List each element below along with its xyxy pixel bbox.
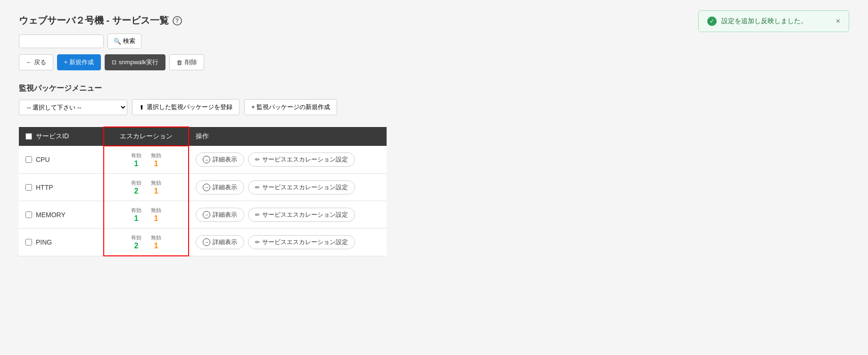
- col-header-operations: 操作: [189, 127, 387, 146]
- search-button[interactable]: 🔍 検索: [107, 34, 141, 49]
- escalation-setting-label: サービスエスカレーション設定: [262, 238, 348, 246]
- esc-enabled-value: 1: [134, 160, 139, 168]
- service-id-text: CPU: [36, 156, 50, 163]
- escalation-setting-button-memory[interactable]: ✏ サービスエスカレーション設定: [248, 208, 355, 222]
- esc-enabled-value: 2: [134, 242, 139, 250]
- service-id-text: HTTP: [36, 184, 53, 191]
- back-button[interactable]: ← 戻る: [19, 54, 53, 70]
- detail-label: 詳細表示: [213, 155, 237, 164]
- new-package-button[interactable]: + 監視パッケージの新規作成: [244, 99, 337, 115]
- package-select[interactable]: -- 選択して下さい --: [19, 100, 127, 115]
- detail-button-cpu[interactable]: → 詳細表示: [196, 152, 244, 167]
- search-icon: 🔍: [114, 38, 121, 45]
- ops-cell-http: → 詳細表示 ✏ サービスエスカレーション設定: [189, 174, 387, 201]
- service-id-cell: HTTP: [19, 174, 104, 201]
- arrow-circle-icon: →: [203, 211, 210, 219]
- ops-cell-memory: → 詳細表示 ✏ サービスエスカレーション設定: [189, 201, 387, 228]
- arrow-circle-icon: →: [203, 184, 210, 191]
- detail-label: 詳細表示: [213, 211, 237, 219]
- escalation-setting-button-cpu[interactable]: ✏ サービスエスカレーション設定: [248, 152, 355, 167]
- detail-button-memory[interactable]: → 詳細表示: [196, 208, 244, 222]
- section-title: 監視パッケージメニュー: [19, 84, 849, 93]
- toast-close-button[interactable]: ×: [836, 17, 840, 25]
- new-package-label: + 監視パッケージの新規作成: [251, 103, 330, 111]
- esc-disabled-label: 無効: [151, 152, 161, 159]
- upload-icon: ⬆: [139, 104, 144, 111]
- delete-label: 削除: [185, 58, 197, 67]
- detail-label: 詳細表示: [213, 183, 237, 192]
- esc-enabled-label: 有効: [131, 179, 141, 186]
- esc-enabled-value: 1: [134, 215, 139, 222]
- search-input[interactable]: [19, 34, 104, 48]
- service-id-text: MEMORY: [36, 211, 66, 219]
- esc-disabled-value: 1: [154, 160, 158, 168]
- edit-icon: ✏: [255, 211, 260, 218]
- edit-icon: ✏: [255, 184, 260, 191]
- row-checkbox-cpu[interactable]: [25, 156, 32, 163]
- esc-enabled-label: 有効: [131, 152, 141, 159]
- delete-button[interactable]: 🗑 削除: [169, 54, 204, 70]
- search-row: 🔍 検索: [19, 34, 849, 49]
- col-header-service-id: サービスID: [19, 127, 104, 146]
- esc-enabled-value: 2: [134, 187, 139, 195]
- escalation-cell-http: 有効 2 無効 1: [104, 174, 189, 201]
- new-create-label: + 新規作成: [64, 58, 94, 67]
- register-package-button[interactable]: ⬆ 選択した監視パッケージを登録: [132, 99, 240, 115]
- arrow-circle-icon: →: [203, 156, 210, 163]
- search-button-label: 検索: [123, 37, 135, 45]
- terminal-icon: ⊡: [112, 59, 116, 66]
- escalation-setting-label: サービスエスカレーション設定: [262, 183, 348, 192]
- trash-icon: 🗑: [176, 59, 182, 66]
- escalation-setting-label: サービスエスカレーション設定: [262, 211, 348, 219]
- ops-cell-ping: → 詳細表示 ✏ サービスエスカレーション設定: [189, 228, 387, 256]
- esc-disabled-value: 1: [154, 187, 158, 195]
- arrow-circle-icon: →: [203, 238, 210, 246]
- snmpwalk-label: snmpwalk実行: [119, 58, 158, 67]
- esc-disabled-label: 無効: [151, 207, 161, 214]
- esc-enabled-label: 有効: [131, 234, 141, 241]
- service-id-cell: CPU: [19, 146, 104, 174]
- esc-disabled-label: 無効: [151, 179, 161, 186]
- detail-label: 詳細表示: [213, 238, 237, 246]
- ops-cell-cpu: → 詳細表示 ✏ サービスエスカレーション設定: [189, 146, 387, 174]
- service-id-header: サービスID: [36, 132, 69, 141]
- escalation-setting-button-http[interactable]: ✏ サービスエスカレーション設定: [248, 180, 355, 194]
- page-wrapper: ✓ 設定を追加し反映しました。 × ウェブサーバ２号機 - サービス一覧 ? 🔍…: [0, 0, 868, 270]
- escalation-cell-memory: 有効 1 無効 1: [104, 201, 189, 228]
- esc-disabled-label: 無効: [151, 234, 161, 241]
- service-id-cell: PING: [19, 228, 104, 256]
- register-package-label: 選択した監視パッケージを登録: [147, 103, 232, 111]
- escalation-cell-cpu: 有効 1 無効 1: [104, 146, 189, 174]
- edit-icon: ✏: [255, 239, 260, 245]
- table-row: MEMORY 有効 1 無効 1 →: [19, 201, 387, 228]
- esc-enabled-label: 有効: [131, 207, 141, 214]
- table-row: HTTP 有効 2 無効 1 →: [19, 174, 387, 201]
- select-all-checkbox[interactable]: [25, 133, 32, 140]
- row-checkbox-ping[interactable]: [25, 239, 32, 245]
- escalation-setting-label: サービスエスカレーション設定: [262, 155, 348, 164]
- page-title-text: ウェブサーバ２号機 - サービス一覧: [19, 14, 169, 27]
- success-toast: ✓ 設定を追加し反映しました。 ×: [698, 10, 849, 32]
- edit-icon: ✏: [255, 156, 260, 163]
- row-checkbox-memory[interactable]: [25, 211, 32, 218]
- esc-disabled-value: 1: [154, 215, 158, 222]
- toast-message: 設定を追加し反映しました。: [721, 17, 807, 25]
- pkg-row: -- 選択して下さい -- ⬆ 選択した監視パッケージを登録 + 監視パッケージ…: [19, 99, 849, 115]
- service-id-cell: MEMORY: [19, 201, 104, 228]
- escalation-setting-button-ping[interactable]: ✏ サービスエスカレーション設定: [248, 235, 355, 249]
- service-id-text: PING: [36, 238, 52, 246]
- table-row: PING 有効 2 無効 1 →: [19, 228, 387, 256]
- escalation-cell-ping: 有効 2 無効 1: [104, 228, 189, 256]
- action-row: ← 戻る + 新規作成 ⊡ snmpwalk実行 🗑 削除: [19, 54, 849, 70]
- back-button-label: ← 戻る: [26, 58, 46, 67]
- detail-button-http[interactable]: → 詳細表示: [196, 180, 244, 194]
- col-header-escalation: エスカレーション: [104, 127, 189, 146]
- esc-disabled-value: 1: [154, 242, 158, 250]
- table-row: CPU 有効 1 無効 1 →: [19, 146, 387, 174]
- row-checkbox-http[interactable]: [25, 184, 32, 191]
- service-table: サービスID エスカレーション 操作 CPU: [19, 127, 387, 256]
- new-create-button[interactable]: + 新規作成: [57, 54, 101, 70]
- snmpwalk-button[interactable]: ⊡ snmpwalk実行: [105, 54, 165, 70]
- detail-button-ping[interactable]: → 詳細表示: [196, 235, 244, 249]
- help-icon[interactable]: ?: [173, 16, 182, 25]
